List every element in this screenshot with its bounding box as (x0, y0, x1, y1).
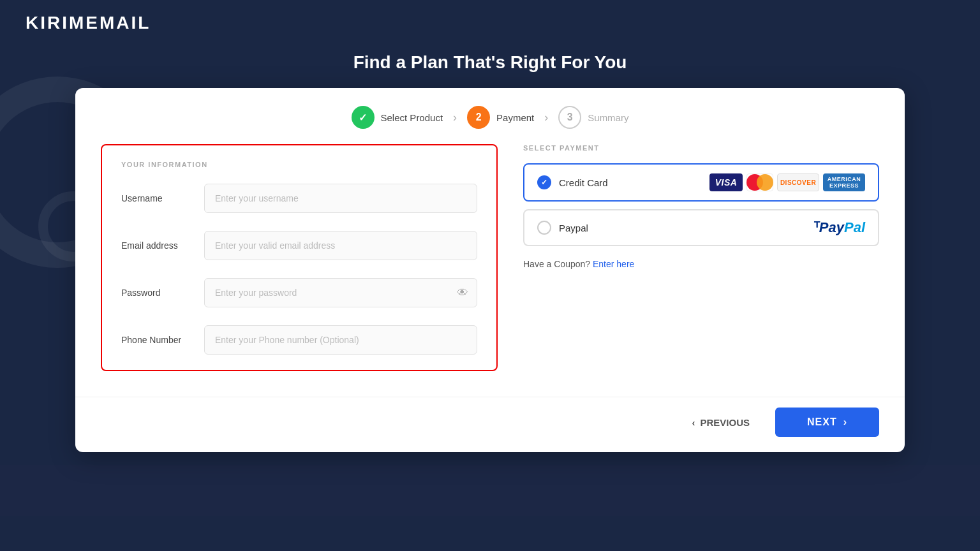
step-1-circle: ✓ (352, 106, 375, 129)
content-area: YOUR INFORMATION Username Email address … (75, 144, 905, 390)
email-label: Email address (121, 240, 204, 251)
paypal-logo: ᵀPayPal (814, 219, 865, 236)
credit-card-option-left: ✓ Credit Card (537, 175, 608, 189)
paypal-option[interactable]: Paypal ᵀPayPal (523, 209, 879, 246)
logo: KirimEMAIL (26, 13, 151, 33)
select-payment-panel: SELECT PAYMENT ✓ Credit Card VISA (523, 144, 879, 371)
email-input[interactable] (204, 231, 477, 260)
next-arrow-icon: › (843, 416, 847, 428)
next-label: NEXT (807, 416, 837, 428)
username-row: Username (121, 184, 477, 213)
card-logos: VISA DISCOVER AMERICANEXPRESS (709, 173, 865, 191)
card-footer: ‹ PREVIOUS NEXT › (75, 397, 905, 452)
logo-accent: EMAIL (85, 13, 151, 33)
visa-logo: VISA (709, 173, 743, 191)
username-input-wrapper (204, 184, 477, 213)
step-3: 3 Summary (558, 106, 628, 129)
mc-orange-circle (757, 174, 773, 191)
password-input-wrapper: 👁 (204, 278, 477, 307)
coupon-row: Have a Coupon? Enter here (523, 259, 879, 269)
password-input[interactable] (204, 278, 477, 307)
credit-card-radio: ✓ (537, 175, 551, 189)
step-2: 2 Payment (467, 106, 534, 129)
phone-label: Phone Number (121, 335, 204, 345)
credit-card-label: Credit Card (559, 177, 608, 188)
coupon-text: Have a Coupon? (523, 259, 590, 269)
previous-arrow-icon: ‹ (692, 417, 695, 428)
your-information-panel: YOUR INFORMATION Username Email address … (101, 144, 498, 371)
password-label: Password (121, 288, 204, 298)
mastercard-logo (746, 173, 773, 191)
step-arrow-2: › (544, 111, 548, 124)
discover-logo: DISCOVER (777, 173, 819, 191)
your-information-title: YOUR INFORMATION (121, 161, 477, 168)
amex-logo: AMERICANEXPRESS (823, 173, 865, 191)
step-1: ✓ Select Product (352, 106, 443, 129)
step-3-label: Summary (588, 112, 628, 123)
select-payment-title: SELECT PAYMENT (523, 144, 879, 152)
step-3-circle: 3 (558, 106, 581, 129)
coupon-link[interactable]: Enter here (593, 259, 634, 269)
logo-text: Kirim (26, 13, 85, 33)
username-label: Username (121, 193, 204, 203)
step-arrow-1: › (453, 111, 457, 124)
phone-input-wrapper (204, 325, 477, 355)
next-button[interactable]: NEXT › (775, 408, 879, 437)
step-2-circle: 2 (467, 106, 490, 129)
header: KirimEMAIL (0, 0, 980, 46)
paypal-label: Paypal (559, 223, 588, 233)
paypal-option-left: Paypal (537, 221, 588, 235)
email-row: Email address (121, 231, 477, 260)
radio-check-icon: ✓ (541, 178, 547, 187)
bottom-area (0, 465, 980, 516)
toggle-password-icon[interactable]: 👁 (457, 286, 468, 300)
phone-row: Phone Number (121, 325, 477, 355)
previous-button[interactable]: ‹ PREVIOUS (679, 409, 762, 436)
username-input[interactable] (204, 184, 477, 213)
email-input-wrapper (204, 231, 477, 260)
password-row: Password 👁 (121, 278, 477, 307)
previous-label: PREVIOUS (700, 417, 750, 428)
phone-input[interactable] (204, 325, 477, 355)
page-title: Find a Plan That's Right For You (0, 52, 980, 73)
step-1-label: Select Product (381, 112, 443, 123)
step-2-label: Payment (496, 112, 534, 123)
credit-card-option[interactable]: ✓ Credit Card VISA DISCOVER AMERICANEXPR… (523, 163, 879, 202)
main-card: ✓ Select Product › 2 Payment › 3 Summary… (75, 88, 905, 452)
paypal-radio (537, 221, 551, 235)
stepper: ✓ Select Product › 2 Payment › 3 Summary (75, 88, 905, 144)
check-icon: ✓ (359, 112, 367, 124)
